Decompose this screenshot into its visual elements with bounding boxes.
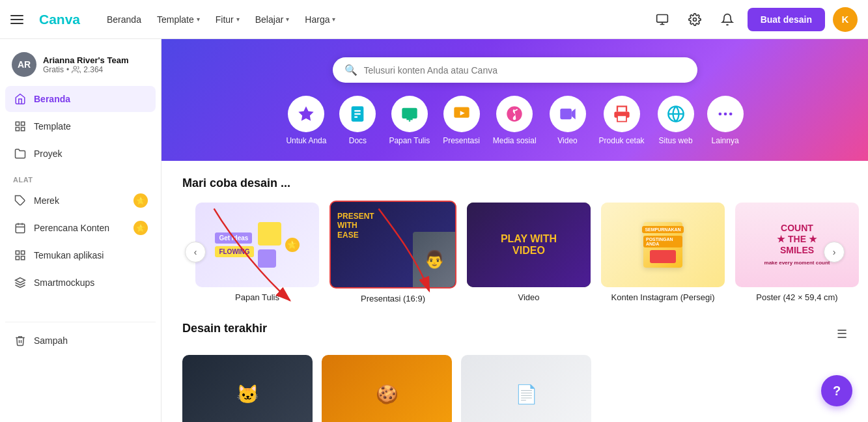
sidebar-item-temukan-aplikasi[interactable]: Temukan aplikasi [5, 242, 156, 268]
svg-rect-23 [406, 119, 412, 120]
nav-harga[interactable]: Harga ▾ [298, 10, 342, 29]
sidebar-item-label: Temukan aplikasi [34, 250, 104, 260]
alat-section-label: Alat [5, 168, 156, 186]
category-media-sosial[interactable]: Media sosial [493, 96, 537, 145]
sidebar-user: AR Arianna River's Team Gratis • 2.364 [5, 47, 156, 86]
bell-icon[interactable] [715, 7, 740, 32]
hero-banner: 🔍 Untuk Anda Docs [161, 39, 868, 161]
card-thumbnail: PRESENTWITHEASE 👨 [329, 201, 456, 288]
sidebar-item-label: Perencana Konten [34, 223, 109, 233]
buat-desain-button[interactable]: Buat desain [748, 8, 825, 31]
category-docs[interactable]: Docs [339, 96, 376, 145]
badge: ⭐ [133, 221, 148, 235]
content-area: 🔍 Untuk Anda Docs [161, 39, 868, 422]
category-lainnya[interactable]: Lainnya [707, 96, 744, 145]
sidebar-nav: Beranda Template Proyek Alat Merek [5, 86, 156, 296]
svg-point-2 [693, 18, 696, 21]
category-icon [391, 96, 428, 132]
recent-card-2[interactable]: 🍪 [322, 355, 452, 422]
recent-card-1[interactable]: 🐱 [182, 355, 313, 422]
svg-marker-17 [16, 278, 25, 283]
svg-marker-29 [571, 109, 575, 119]
recent-card-3[interactable]: 📄 [461, 355, 591, 422]
card-thumbnail: Get ideas FLOWING ⭐ [195, 203, 319, 287]
section-title-try-design: Mari coba desain ... [182, 176, 847, 190]
card-inner: SEMPURNAKAN POSTINGAN ANDA [601, 203, 725, 287]
svg-point-33 [718, 113, 721, 116]
category-icon [550, 96, 586, 132]
monitor-icon[interactable] [650, 7, 675, 32]
card-video[interactable]: PLAY WITHVIDEO Video [467, 203, 591, 302]
category-produk-cetak[interactable]: Produk cetak [599, 96, 645, 145]
svg-rect-5 [21, 122, 25, 125]
sidebar-item-beranda[interactable]: Beranda [5, 86, 156, 112]
card-thumbnail: SEMPURNAKAN POSTINGAN ANDA [601, 203, 725, 287]
badge: ⭐ [133, 193, 148, 208]
svg-rect-9 [16, 224, 25, 233]
card-thumbnail: PLAY WITHVIDEO [467, 203, 591, 287]
grid-view-icon[interactable]: ☰ [837, 327, 847, 341]
category-label: Video [557, 136, 577, 145]
card-papan-tulis[interactable]: Get ideas FLOWING ⭐ Papan Tulis [195, 203, 319, 302]
category-situs-web[interactable]: Situs web [658, 96, 694, 145]
category-label: Presentasi [443, 136, 480, 145]
category-presentasi[interactable]: Presentasi [443, 96, 480, 145]
sidebar-item-template[interactable]: Template [5, 113, 156, 139]
chevron-down-icon: ▾ [332, 16, 335, 23]
nav-belajar[interactable]: Belajar ▾ [249, 10, 296, 29]
scroll-prev-button[interactable]: ‹ [185, 242, 206, 262]
nav-beranda[interactable]: Beranda [100, 10, 148, 29]
sidebar-item-smartmockups[interactable]: Smartmockups [5, 270, 156, 296]
sidebar-item-proyek[interactable]: Proyek [5, 141, 156, 167]
nav-items: Beranda Template ▾ Fitur ▾ Belajar ▾ Har… [100, 10, 342, 29]
sidebar-item-merek[interactable]: Merek ⭐ [5, 188, 156, 214]
category-icon [443, 96, 480, 132]
chevron-down-icon: ▾ [286, 16, 289, 23]
nav-template[interactable]: Template ▾ [150, 10, 206, 29]
card-label: Presentasi (16:9) [329, 294, 456, 303]
tag-icon [13, 193, 27, 208]
chevron-down-icon: ▾ [197, 16, 200, 23]
user-info: Arianna River's Team Gratis • 2.364 [43, 55, 128, 74]
help-fab[interactable]: ? [821, 375, 852, 406]
category-video[interactable]: Video [550, 96, 586, 145]
user-name: Arianna River's Team [43, 55, 128, 65]
topnav: Canva Beranda Template ▾ Fitur ▾ Belajar… [0, 0, 868, 39]
category-icon [707, 96, 744, 132]
card-instagram[interactable]: SEMPURNAKAN POSTINGAN ANDA Konten Instag… [601, 203, 725, 302]
layout-icon [13, 119, 27, 134]
user-plan: Gratis • 2.364 [43, 65, 128, 74]
sidebar-item-label: Beranda [34, 94, 70, 104]
sidebar-item-label: Merek [34, 195, 59, 206]
avatar: AR [12, 52, 36, 77]
sidebar-item-label: Sampah [34, 335, 68, 346]
grid-icon [13, 248, 27, 262]
svg-point-35 [729, 113, 732, 116]
user-avatar[interactable]: K [833, 7, 858, 32]
svg-rect-6 [21, 128, 25, 131]
category-label: Untuk Anda [286, 136, 326, 145]
card-presentasi[interactable]: PRESENTWITHEASE 👨 Presentasi (16:9) [329, 201, 456, 303]
scroll-next-button[interactable]: › [824, 242, 845, 262]
svg-point-34 [723, 113, 727, 116]
category-label: Papan Tulis [389, 136, 430, 145]
main-content: Mari coba desain ... ‹ Get ideas FLOWING [161, 161, 868, 422]
trash-icon [13, 333, 27, 348]
category-untuk-anda[interactable]: Untuk Anda [286, 96, 326, 145]
category-icon [604, 96, 640, 132]
svg-rect-16 [16, 257, 19, 260]
canva-logo[interactable]: Canva [39, 10, 85, 29]
settings-icon[interactable] [682, 7, 707, 32]
category-papan-tulis[interactable]: Papan Tulis [389, 96, 430, 145]
calendar-icon [13, 221, 27, 235]
sidebar-item-sampah[interactable]: Sampah [5, 328, 156, 354]
folder-icon [13, 147, 27, 161]
svg-rect-7 [16, 128, 19, 131]
sidebar-item-label: Template [34, 121, 71, 132]
svg-text:Canva: Canva [39, 12, 80, 27]
menu-icon[interactable] [10, 12, 26, 27]
nav-fitur[interactable]: Fitur ▾ [209, 10, 246, 29]
category-label: Docs [349, 136, 367, 145]
search-input[interactable] [364, 65, 686, 76]
sidebar-item-perencana-konten[interactable]: Perencana Konten ⭐ [5, 215, 156, 241]
